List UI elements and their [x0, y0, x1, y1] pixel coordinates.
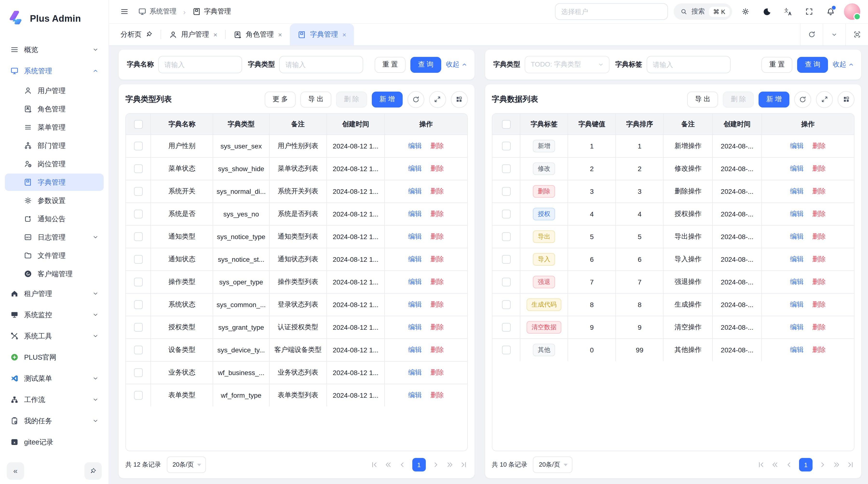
sidebar-item-1[interactable]: 系统管理: [5, 61, 104, 81]
sidebar-item-4[interactable]: 菜单管理: [5, 119, 104, 136]
row-checkbox[interactable]: [502, 255, 510, 264]
export-button[interactable]: 导 出: [301, 91, 331, 107]
delete-link[interactable]: 删除: [812, 187, 826, 195]
page-size-select[interactable]: 20条/页: [166, 456, 206, 473]
next-page-icon[interactable]: [819, 461, 827, 469]
edit-link[interactable]: 编辑: [790, 232, 804, 240]
edit-link[interactable]: 编辑: [408, 278, 422, 285]
sidebar-item-14[interactable]: 系统监控: [5, 305, 104, 325]
delete-button[interactable]: 删 除: [723, 91, 754, 107]
row-checkbox[interactable]: [502, 346, 510, 354]
row-checkbox[interactable]: [134, 300, 143, 309]
delete-link[interactable]: 删除: [430, 187, 444, 195]
refresh-icon[interactable]: [794, 91, 811, 108]
hamburger-icon[interactable]: [117, 4, 132, 19]
moon-icon[interactable]: [759, 4, 774, 19]
delete-link[interactable]: 删除: [812, 210, 826, 218]
row-checkbox[interactable]: [134, 210, 143, 218]
content-fullscreen-icon[interactable]: [845, 24, 868, 45]
row-checkbox[interactable]: [502, 187, 510, 196]
prev-page-icon[interactable]: [785, 461, 793, 469]
row-checkbox[interactable]: [502, 300, 510, 309]
collapse-filter-link[interactable]: 收起: [833, 60, 855, 69]
sidebar-item-13[interactable]: 租户管理: [5, 284, 104, 304]
jump-back-icon[interactable]: [384, 461, 392, 469]
delete-link[interactable]: 删除: [430, 164, 444, 172]
sidebar-item-18[interactable]: 工作流: [5, 389, 104, 410]
current-page[interactable]: 1: [799, 458, 812, 472]
edit-link[interactable]: 编辑: [408, 368, 422, 376]
row-checkbox[interactable]: [502, 323, 510, 332]
delete-link[interactable]: 删除: [430, 232, 444, 240]
next-page-icon[interactable]: [432, 461, 440, 469]
delete-link[interactable]: 删除: [430, 278, 444, 285]
fullscreen-icon[interactable]: [802, 4, 817, 19]
row-checkbox[interactable]: [502, 164, 510, 173]
row-checkbox[interactable]: [134, 278, 143, 286]
breadcrumb-dict[interactable]: 字典管理: [192, 7, 231, 16]
gear-icon[interactable]: [738, 4, 753, 19]
edit-link[interactable]: 编辑: [408, 255, 422, 263]
row-checkbox[interactable]: [134, 164, 143, 173]
sidebar-item-3[interactable]: 角色管理: [5, 100, 104, 118]
delete-link[interactable]: 删除: [430, 323, 444, 331]
tenant-select-input[interactable]: [555, 3, 668, 20]
search-button[interactable]: 查 询: [797, 57, 828, 72]
sidebar-item-2[interactable]: 用户管理: [5, 82, 104, 99]
brand[interactable]: Plus Admin: [0, 0, 108, 38]
add-button[interactable]: 新 增: [758, 91, 789, 107]
add-button[interactable]: 新 增: [372, 91, 403, 107]
edit-link[interactable]: 编辑: [408, 323, 422, 331]
select-all-checkbox[interactable]: [502, 120, 510, 128]
global-search-button[interactable]: 搜索 ⌘ K: [674, 3, 732, 20]
delete-link[interactable]: 删除: [430, 210, 444, 218]
collapse-filter-link[interactable]: 收起: [446, 60, 468, 69]
delete-link[interactable]: 删除: [812, 255, 826, 263]
bell-icon[interactable]: [823, 4, 838, 19]
edit-link[interactable]: 编辑: [790, 255, 804, 263]
delete-link[interactable]: 删除: [812, 323, 826, 331]
dict-type-input[interactable]: [279, 56, 363, 73]
delete-link[interactable]: 删除: [812, 300, 826, 308]
column-settings-icon[interactable]: [451, 91, 468, 108]
row-checkbox[interactable]: [502, 142, 510, 151]
row-checkbox[interactable]: [134, 391, 143, 400]
close-tab-icon[interactable]: ×: [213, 31, 217, 38]
row-checkbox[interactable]: [134, 255, 143, 264]
delete-link[interactable]: 删除: [430, 346, 444, 353]
column-settings-icon[interactable]: [838, 91, 855, 108]
dict-name-input[interactable]: [158, 56, 242, 73]
edit-link[interactable]: 编辑: [790, 210, 804, 218]
expand-icon[interactable]: [816, 91, 833, 108]
sidebar-item-17[interactable]: 测试菜单: [5, 368, 104, 389]
delete-link[interactable]: 删除: [430, 391, 444, 399]
sidebar-item-20[interactable]: xgitee记录: [5, 432, 104, 452]
tab-字典管理[interactable]: 字典管理×: [290, 24, 354, 45]
tab-分析页[interactable]: 分析页: [113, 24, 160, 45]
edit-link[interactable]: 编辑: [408, 164, 422, 172]
edit-link[interactable]: 编辑: [408, 346, 422, 353]
sidebar-item-15[interactable]: 系统工具: [5, 326, 104, 346]
row-checkbox[interactable]: [134, 323, 143, 332]
row-checkbox[interactable]: [134, 232, 143, 241]
delete-link[interactable]: 删除: [812, 142, 826, 150]
edit-link[interactable]: 编辑: [408, 300, 422, 308]
edit-link[interactable]: 编辑: [408, 210, 422, 218]
sidebar-item-8[interactable]: 参数设置: [5, 192, 104, 209]
dict-tag-input[interactable]: [647, 56, 731, 73]
delete-link[interactable]: 删除: [812, 278, 826, 285]
sidebar-item-5[interactable]: 部门管理: [5, 137, 104, 154]
expand-icon[interactable]: [429, 91, 446, 108]
edit-link[interactable]: 编辑: [790, 142, 804, 150]
select-all-checkbox[interactable]: [134, 120, 143, 128]
jump-forward-icon[interactable]: [446, 461, 454, 469]
first-page-icon[interactable]: [757, 461, 765, 469]
sidebar-item-7[interactable]: 字典管理: [5, 173, 104, 191]
last-page-icon[interactable]: [847, 461, 855, 469]
dict-type-select[interactable]: TODO: 字典类型: [525, 56, 610, 73]
edit-link[interactable]: 编辑: [790, 164, 804, 172]
tab-menu-chevron-icon[interactable]: [823, 24, 845, 45]
row-checkbox[interactable]: [134, 142, 143, 151]
delete-link[interactable]: 删除: [812, 346, 826, 353]
delete-link[interactable]: 删除: [430, 255, 444, 263]
